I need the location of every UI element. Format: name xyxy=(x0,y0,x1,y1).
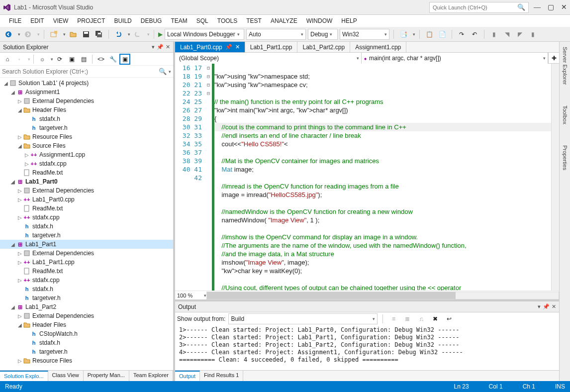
undo-button[interactable] xyxy=(113,29,124,40)
nav-back-button[interactable] xyxy=(3,29,14,40)
tree-item[interactable]: hCStopWatch.h xyxy=(0,329,173,338)
tree-item[interactable]: htargetver.h xyxy=(0,294,173,302)
tree-item[interactable]: ◢⊞Lab1_Part2 xyxy=(0,302,173,311)
tree-item[interactable]: ▷++stdafx.cpp xyxy=(0,213,173,222)
tree-item[interactable]: hstdafx.h xyxy=(0,285,173,294)
vertical-scrollbar[interactable] xyxy=(551,64,559,291)
dropdown-icon[interactable]: ▾ xyxy=(152,44,155,50)
step-button[interactable]: ↷ xyxy=(456,29,467,40)
clear-output-button[interactable]: ✖ xyxy=(430,313,441,324)
close-button[interactable]: ✕ xyxy=(561,3,567,11)
search-input[interactable] xyxy=(2,68,159,75)
tree-item[interactable]: ◢⊞Assignment1 xyxy=(0,88,173,97)
nav-forward-button[interactable] xyxy=(22,29,33,40)
side-tab[interactable]: Properties xyxy=(561,142,569,173)
tree-item[interactable]: hstdafx.h xyxy=(0,338,173,347)
solution-explorer-search[interactable]: 🔍▾ xyxy=(0,66,173,78)
toolbar-button[interactable]: ▮ xyxy=(527,29,538,40)
menu-team[interactable]: TEAM xyxy=(167,16,191,25)
tree-item[interactable]: ▷Resource Files xyxy=(0,132,173,141)
left-tab[interactable]: Solution Explo... xyxy=(0,371,48,381)
menu-tools[interactable]: TOOLS xyxy=(213,16,241,25)
tree-item[interactable]: ReadMe.txt xyxy=(0,267,173,276)
solution-tree[interactable]: ◢Solution 'Lab1' (4 projects)◢⊞Assignmen… xyxy=(0,78,173,370)
menu-test[interactable]: TEST xyxy=(242,16,266,25)
pin-icon[interactable]: 📌 xyxy=(157,44,164,50)
show-all-icon[interactable]: ▤ xyxy=(78,54,89,65)
menu-window[interactable]: WINDOW xyxy=(302,16,337,25)
code-editor[interactable]: 16 17 18 19 20 21 22 23 24 25 26 27 28 2… xyxy=(175,64,559,291)
close-icon[interactable]: ✕ xyxy=(552,303,556,310)
platform-dropdown[interactable]: Win32▾ xyxy=(340,29,389,40)
toolbar-button[interactable]: 📋 xyxy=(424,29,435,40)
start-debugger-dropdown[interactable]: Local Windows Debugger▾ xyxy=(165,29,244,40)
pin-icon[interactable]: 📌 xyxy=(543,303,550,310)
member-dropdown[interactable]: ⬥main(int argc, char * argv[])▾ xyxy=(362,53,548,64)
sync-icon[interactable]: ☼ xyxy=(37,54,48,65)
side-tab[interactable]: Server Explorer xyxy=(561,44,569,88)
scope-dropdown[interactable]: (Global Scope)▾ xyxy=(175,53,362,64)
back-icon[interactable]: ◦ xyxy=(14,54,25,65)
tree-item[interactable]: hstdafx.h xyxy=(0,222,173,231)
output-button[interactable]: ≡ xyxy=(388,313,399,324)
output-text[interactable]: 1>------ Clean started: Project: Lab1_Pa… xyxy=(175,325,559,370)
wrap-button[interactable]: ↩ xyxy=(444,313,455,324)
zoom-level[interactable]: 100 % xyxy=(177,293,202,298)
tree-item[interactable]: ▷++Assignment1.cpp xyxy=(0,150,173,159)
split-icon[interactable]: ✚ xyxy=(548,53,559,63)
editor-tab[interactable]: Assignment1.cpp xyxy=(350,42,406,52)
properties-icon[interactable]: ▣ xyxy=(119,54,130,65)
collapse-icon[interactable]: ▣ xyxy=(66,54,77,65)
open-file-button[interactable] xyxy=(68,29,79,40)
mode-dropdown[interactable]: Debug▾ xyxy=(308,29,338,40)
home-icon[interactable]: ⌂ xyxy=(2,54,13,65)
tree-item[interactable]: ◢⊞Lab1_Part1 xyxy=(0,240,173,249)
tree-item[interactable]: ▷++stdafx.cpp xyxy=(0,159,173,168)
toolbar-button[interactable]: ◥ xyxy=(501,29,512,40)
left-tab[interactable]: Class View xyxy=(48,371,84,381)
tree-item[interactable]: ▷++Lab1_Part1.cpp xyxy=(0,258,173,267)
output-button[interactable]: ⎌ xyxy=(416,313,427,324)
step-button[interactable]: ↶ xyxy=(469,29,480,40)
tree-item[interactable]: ◢⊞Lab1_Part0 xyxy=(0,177,173,186)
save-button[interactable] xyxy=(81,29,92,40)
left-tab[interactable]: Property Man... xyxy=(84,371,129,381)
tree-item[interactable]: hstdafx.h xyxy=(0,114,173,123)
menu-help[interactable]: HELP xyxy=(337,16,361,25)
code-icon[interactable]: <> xyxy=(95,54,106,65)
horizontal-scrollbar[interactable] xyxy=(206,292,559,299)
toolbar-button[interactable]: 📄 xyxy=(437,29,448,40)
fold-gutter[interactable]: ⊟ ⊟ ⊟ ⊟ xyxy=(205,64,212,291)
menu-project[interactable]: PROJECT xyxy=(73,16,109,25)
tree-item[interactable]: ▷++stdafx.cpp xyxy=(0,276,173,285)
tree-item[interactable]: ▷External Dependencies xyxy=(0,186,173,195)
editor-tab[interactable]: Lab1_Part1.cpp xyxy=(245,42,298,52)
dropdown-icon[interactable]: ▾ xyxy=(538,303,541,310)
tree-item[interactable]: ▷Resource Files xyxy=(0,356,173,365)
menu-debug[interactable]: DEBUG xyxy=(137,16,166,25)
menu-view[interactable]: VIEW xyxy=(49,16,73,25)
wrench-icon[interactable]: 🔧 xyxy=(107,54,118,65)
toolbar-button[interactable]: ◤ xyxy=(514,29,525,40)
editor-tab[interactable]: Lab1_Part0.cpp 📌 ✕ xyxy=(175,42,245,52)
tree-item[interactable]: ◢Source Files xyxy=(0,141,173,150)
new-project-button[interactable] xyxy=(48,29,59,40)
output-button[interactable]: ≣ xyxy=(402,313,413,324)
tree-item[interactable]: ▷External Dependencies xyxy=(0,311,173,320)
tree-item[interactable]: ▷External Dependencies xyxy=(0,97,173,105)
quick-launch-input[interactable]: Quick Launch (Ctrl+Q) 🔍 xyxy=(429,2,529,13)
tree-item[interactable]: ▷External Dependencies xyxy=(0,249,173,258)
tree-item[interactable]: ReadMe.txt xyxy=(0,204,173,213)
side-tab[interactable]: Toolbox xyxy=(561,102,569,127)
maximize-button[interactable]: ▢ xyxy=(548,3,554,11)
tree-item[interactable]: ◢Header Files xyxy=(0,105,173,114)
redo-button[interactable] xyxy=(132,29,143,40)
tree-item[interactable]: htargetver.h xyxy=(0,231,173,240)
menu-build[interactable]: BUILD xyxy=(110,16,135,25)
refresh-icon[interactable]: ⟳ xyxy=(54,54,65,65)
bottom-tab[interactable]: Output xyxy=(175,371,200,381)
minimize-button[interactable]: — xyxy=(534,3,541,11)
bottom-tab[interactable]: Find Results 1 xyxy=(200,371,243,381)
tree-item[interactable]: htargetver.h xyxy=(0,347,173,356)
save-all-button[interactable] xyxy=(94,29,104,40)
